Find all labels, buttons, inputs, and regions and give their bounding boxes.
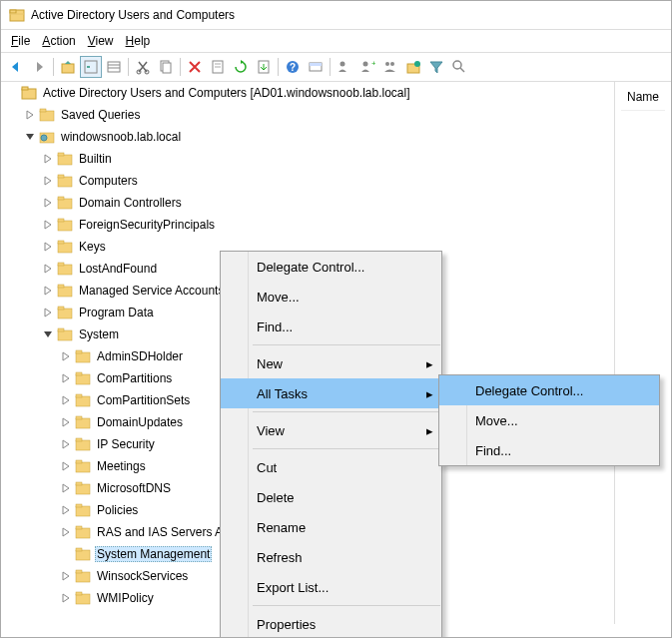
ctx-sub-delegate-control[interactable]: Delegate Control... [439,375,659,405]
node-label: Active Directory Users and Computers [AD… [41,85,412,101]
show-hide-button[interactable] [80,56,102,78]
find-user-button[interactable] [334,56,355,78]
expander-icon[interactable] [41,152,55,166]
expander-icon[interactable] [59,591,73,605]
ctx-new[interactable]: New▸ [221,348,441,378]
tree-node[interactable]: Computers [1,170,614,192]
folder-icon [57,151,73,167]
tree-node[interactable]: Builtin [1,148,614,170]
menu-action[interactable]: Action [42,34,75,48]
nav-forward-button[interactable] [28,56,50,78]
add-ou-button[interactable] [402,56,424,78]
expander-icon[interactable] [41,306,55,319]
nav-back-button[interactable] [5,56,27,78]
ctx-refresh[interactable]: Refresh [221,542,441,572]
svg-rect-1 [10,10,16,13]
svg-point-34 [41,135,47,141]
folder-icon [75,370,91,386]
node-label: ComPartitions [95,370,174,386]
node-label: DomainUpdates [95,414,185,430]
context-menu: Delegate Control... Move... Find... New▸… [220,251,442,638]
folder-icon [57,239,73,255]
expander-icon[interactable] [23,108,37,122]
tree-node[interactable]: ForeignSecurityPrincipals [1,214,614,236]
submenu-arrow-icon: ▸ [426,386,433,401]
node-label: WinsockServices [95,568,190,584]
copy-button[interactable] [155,56,177,78]
filter-button[interactable] [425,56,447,78]
svg-rect-42 [58,219,64,222]
expander-icon[interactable] [41,196,55,210]
ctx-find[interactable]: Find... [221,312,441,341]
svg-rect-57 [76,396,90,406]
expander-icon[interactable] [59,415,73,429]
menu-file[interactable]: File [11,34,30,48]
description-bar-button[interactable] [305,56,327,78]
ctx-cut[interactable]: Cut [221,452,441,482]
tree-node[interactable]: Domain Controllers [1,192,614,214]
svg-rect-69 [76,528,90,538]
expander-icon[interactable] [59,525,73,539]
menu-help[interactable]: Help [126,34,151,48]
expander-icon[interactable] [59,481,73,495]
folder-icon [57,195,73,211]
ctx-sub-move[interactable]: Move... [439,405,659,435]
svg-rect-4 [85,61,97,73]
svg-rect-55 [76,374,90,384]
export-button[interactable] [253,56,275,78]
expander-icon[interactable] [41,262,55,276]
ctx-delete[interactable]: Delete [221,482,441,512]
expander-icon[interactable] [59,371,73,385]
refresh-button[interactable] [230,56,252,78]
add-user-button[interactable]: + [356,56,378,78]
svg-rect-74 [76,570,82,573]
expander-icon[interactable] [41,284,55,298]
expander-collapse-icon[interactable] [23,130,37,144]
tree-node-domain[interactable]: windowsnoob.lab.local [1,126,614,148]
submenu-arrow-icon: ▸ [426,356,433,371]
expander-icon[interactable] [41,174,55,188]
find-objects-button[interactable] [448,56,470,78]
properties-button[interactable] [207,56,229,78]
ctx-sub-find[interactable]: Find... [439,435,659,465]
svg-rect-36 [58,153,64,156]
ctx-properties[interactable]: Properties [221,609,441,638]
tree-node-saved-queries[interactable]: Saved Queries [1,104,614,126]
node-label: Keys [77,239,108,255]
node-label: Domain Controllers [77,195,184,211]
ctx-view[interactable]: View▸ [221,415,441,445]
expander-icon[interactable] [59,503,73,517]
list-panel-button[interactable] [103,56,125,78]
expander-icon[interactable] [59,349,73,363]
menubar: File Action View Help [1,30,671,53]
add-group-button[interactable] [379,56,401,78]
ctx-export-list[interactable]: Export List... [221,572,441,602]
expander-icon[interactable] [41,218,55,232]
expander-collapse-icon[interactable] [41,327,55,341]
svg-rect-38 [58,175,64,178]
help-button[interactable]: ? [282,56,304,78]
expander-icon[interactable] [59,569,73,583]
expander-icon[interactable] [41,240,55,254]
expander-icon[interactable] [59,459,73,473]
expander-icon[interactable] [59,437,73,451]
folder-icon [57,283,73,299]
column-header-name[interactable]: Name [621,84,665,111]
ctx-rename[interactable]: Rename [221,512,441,542]
expander-icon[interactable] [59,393,73,407]
ctx-move[interactable]: Move... [221,282,441,312]
svg-point-23 [385,62,389,66]
svg-point-20 [340,62,345,67]
svg-rect-19 [310,63,322,66]
ctx-all-tasks[interactable]: All Tasks▸ [221,378,441,408]
tree-root[interactable]: Active Directory Users and Computers [AD… [1,82,614,104]
menu-view[interactable]: View [88,34,114,48]
svg-rect-52 [58,328,64,331]
up-button[interactable] [57,56,79,78]
cut-button[interactable] [132,56,154,78]
folder-icon [75,568,91,584]
ctx-delegate-control[interactable]: Delegate Control... [221,252,441,282]
delete-button[interactable] [184,56,206,78]
folder-icon [57,173,73,189]
toolbar: ? + [1,53,671,82]
